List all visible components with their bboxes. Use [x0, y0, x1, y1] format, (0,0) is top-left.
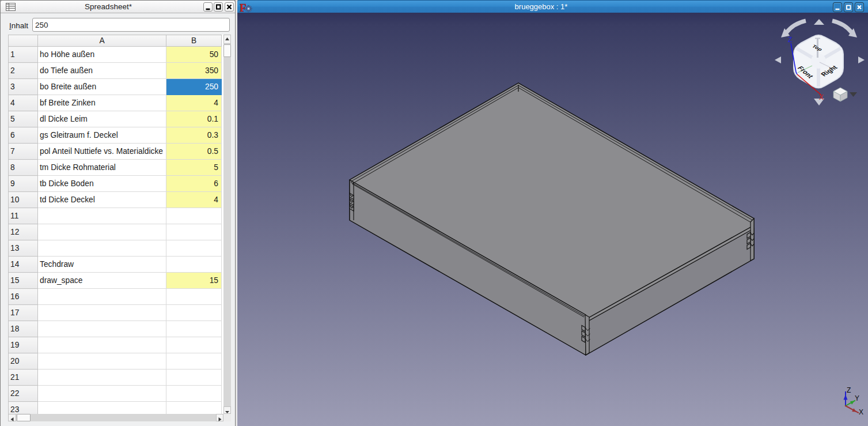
svg-text:Y: Y [855, 394, 859, 402]
svg-text:X: X [819, 93, 824, 101]
svg-text:Z: Z [788, 36, 792, 44]
svg-text:Z: Z [847, 386, 851, 394]
svg-text:X: X [859, 408, 863, 416]
